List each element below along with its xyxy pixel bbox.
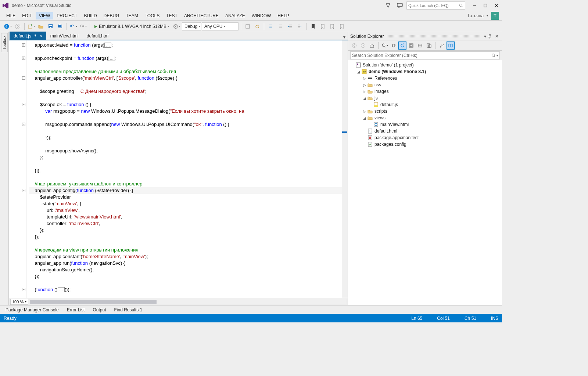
notifications-icon[interactable] — [383, 1, 393, 10]
new-item-button[interactable]: ▾ — [27, 22, 36, 31]
save-all-button[interactable] — [55, 22, 64, 31]
fold-toggle[interactable]: − — [22, 189, 25, 192]
outdent-button[interactable] — [286, 22, 294, 31]
forward-button[interactable] — [359, 41, 367, 50]
menu-team[interactable]: TEAM — [122, 12, 141, 19]
code-content[interactable]: app.onactivated = function (args)...; ap… — [26, 40, 348, 298]
minimize-button[interactable] — [469, 1, 480, 10]
fold-toggle[interactable]: + — [22, 288, 25, 291]
fold-toggle[interactable]: + — [22, 57, 25, 60]
comment-button[interactable] — [266, 22, 275, 31]
indent-button[interactable] — [295, 22, 304, 31]
quick-launch-input[interactable]: Quick Launch (Ctrl+Q) — [406, 1, 465, 10]
bottom-tab[interactable]: Output — [89, 306, 110, 314]
expand-toggle[interactable]: ◢ — [362, 96, 367, 100]
fold-toggle[interactable]: − — [22, 123, 25, 126]
sync-button[interactable] — [390, 41, 398, 50]
code-editor[interactable]: ++−−−−+ app.onactivated = function (args… — [9, 40, 348, 298]
tree-node[interactable]: ▷css — [348, 82, 502, 88]
back-button[interactable] — [350, 41, 358, 50]
expand-toggle[interactable]: ◢ — [362, 116, 367, 120]
menu-debug[interactable]: DEBUG — [100, 12, 123, 19]
panel-pin-button[interactable] — [488, 34, 494, 39]
panel-close-button[interactable]: ✕ — [494, 34, 500, 39]
close-button[interactable] — [491, 1, 502, 10]
panel-dropdown-button[interactable]: ▾ — [482, 34, 488, 39]
tree-node[interactable]: ▷images — [348, 88, 502, 95]
start-debug-button[interactable]: ▶ Emulator 8.1 WVGA 4 inch 512MB ▾ — [92, 22, 172, 31]
tree-node[interactable]: packages.config — [348, 141, 502, 148]
tree-node[interactable]: ◢JSdemo (Windows Phone 8.1) — [348, 68, 502, 75]
menu-project[interactable]: PROJECT — [53, 12, 80, 19]
undo-button[interactable]: ▾ — [69, 22, 78, 31]
zoom-dropdown[interactable]: 100 %▾ — [10, 299, 28, 305]
home-button[interactable] — [368, 41, 376, 50]
close-tab-icon[interactable]: × — [39, 33, 42, 38]
preview-button[interactable] — [425, 41, 433, 50]
scope-button[interactable]: ▾ — [381, 41, 389, 50]
menu-test[interactable]: TEST — [163, 12, 181, 19]
expand-toggle[interactable]: ▷ — [362, 90, 367, 94]
menu-help[interactable]: HELP — [274, 12, 292, 19]
save-button[interactable] — [46, 22, 55, 31]
open-file-button[interactable] — [36, 22, 45, 31]
tree-node[interactable]: default.js — [348, 101, 502, 108]
menu-architecture[interactable]: ARCHITECTURE — [181, 12, 222, 19]
expand-toggle[interactable]: ◢ — [356, 70, 361, 74]
menu-tools[interactable]: TOOLS — [141, 12, 163, 19]
uncomment-button[interactable] — [276, 22, 285, 31]
refresh-button[interactable] — [398, 41, 406, 50]
menu-file[interactable]: FILE — [3, 12, 19, 19]
preview-selected-button[interactable] — [447, 41, 455, 50]
doc-tab[interactable]: default.js🖈× — [10, 32, 46, 40]
bookmark-next-button[interactable] — [328, 22, 337, 31]
tree-node[interactable]: Solution 'demo' (1 project) — [348, 62, 502, 68]
expand-toggle[interactable]: ▷ — [362, 83, 367, 87]
fold-toggle[interactable]: − — [22, 103, 25, 106]
doc-tab[interactable]: default.html — [83, 32, 114, 40]
nav-back-button[interactable]: ▾ — [3, 22, 12, 31]
editor-hscrollbar[interactable] — [30, 299, 346, 304]
editor-vscrollbar[interactable] — [342, 40, 348, 298]
tree-node[interactable]: default.html — [348, 128, 502, 134]
tree-node[interactable]: ▷References — [348, 75, 502, 82]
properties-button[interactable] — [438, 41, 446, 50]
feedback-icon[interactable] — [395, 1, 405, 10]
tree-node[interactable]: ◢js — [348, 95, 502, 101]
menu-edit[interactable]: EDIT — [19, 12, 35, 19]
bottom-tab[interactable]: Error List — [63, 306, 89, 314]
solution-tree[interactable]: Solution 'demo' (1 project)◢JSdemo (Wind… — [348, 60, 502, 305]
doc-tab[interactable]: mainView.html — [46, 32, 83, 40]
menu-view[interactable]: VIEW — [36, 12, 54, 19]
solution-platform-dropdown[interactable]: Any CPU▾ — [202, 22, 239, 30]
editor-gutter[interactable]: ++−−−−+ — [9, 40, 26, 298]
redo-button[interactable]: ▾ — [79, 22, 87, 31]
toolbar-btn-1[interactable] — [243, 22, 252, 31]
nav-forward-button[interactable] — [13, 22, 22, 31]
toolbar-btn-2[interactable] — [253, 22, 262, 31]
tree-node[interactable]: ▷scripts — [348, 108, 502, 115]
bookmark-clear-button[interactable] — [337, 22, 346, 31]
browser-link-button[interactable]: ▾ — [172, 22, 181, 31]
tree-node[interactable]: mainView.html — [348, 121, 502, 128]
collapse-all-button[interactable] — [407, 41, 415, 50]
solution-config-dropdown[interactable]: Debug▾ — [182, 22, 201, 30]
expand-toggle[interactable]: ▷ — [362, 76, 367, 80]
user-badge[interactable]: Т — [491, 12, 499, 20]
solution-search-input[interactable]: Search Solution Explorer (Ctrl+ж) ▾ — [350, 51, 500, 59]
menu-window[interactable]: WINDOW — [248, 12, 275, 19]
toolbox-tab[interactable]: Toolbox — [1, 33, 8, 52]
tree-node[interactable]: package.appxmanifest — [348, 134, 502, 141]
show-all-button[interactable] — [416, 41, 424, 50]
bookmark-button[interactable] — [309, 22, 318, 31]
bookmark-prev-button[interactable] — [318, 22, 327, 31]
maximize-button[interactable] — [480, 1, 491, 10]
user-name[interactable]: Татьяна — [467, 13, 484, 18]
tabs-overflow-button[interactable]: ▾ — [341, 35, 348, 40]
menu-analyze[interactable]: ANALYZE — [222, 12, 248, 19]
fold-toggle[interactable]: − — [22, 76, 25, 80]
bottom-tab[interactable]: Package Manager Console — [1, 306, 63, 314]
fold-toggle[interactable]: + — [22, 43, 25, 47]
tree-node[interactable]: ◢views — [348, 115, 502, 121]
menu-build[interactable]: BUILD — [80, 12, 100, 19]
